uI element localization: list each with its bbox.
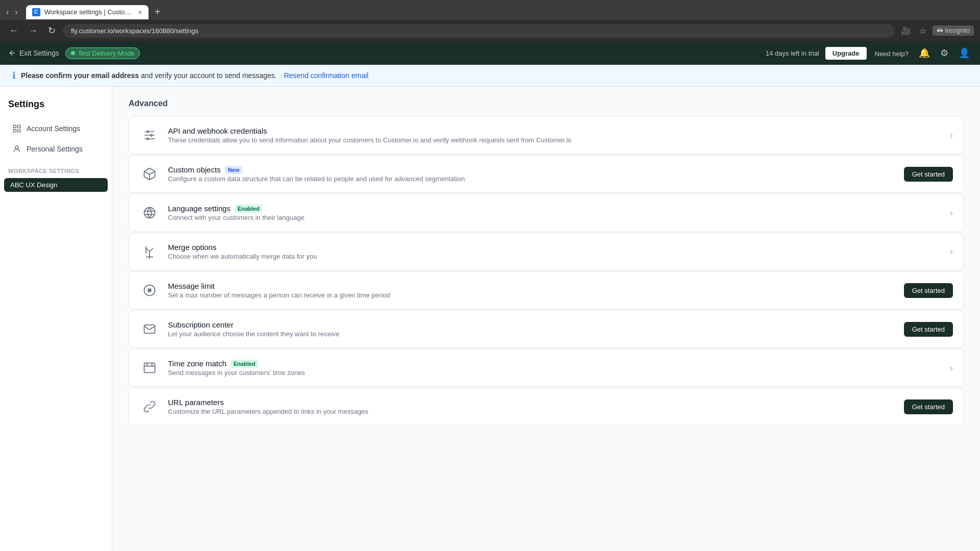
svg-point-4 bbox=[15, 146, 18, 149]
workspace-badge[interactable]: ABC UX Design bbox=[4, 178, 108, 192]
svg-rect-2 bbox=[13, 130, 16, 132]
merge-title: Merge options bbox=[168, 243, 942, 252]
message-desc: Set a max number of messages a person ca… bbox=[168, 291, 896, 299]
url-icon bbox=[139, 396, 160, 417]
test-delivery-badge[interactable]: Test Delivery Mode bbox=[65, 47, 140, 59]
browser-toolbar: ← → ↻ 🎥 ☆ 🕶 Incognito bbox=[0, 20, 980, 41]
personal-icon bbox=[12, 144, 21, 154]
language-action: › bbox=[950, 208, 953, 218]
need-help-btn[interactable]: Need help? bbox=[873, 46, 911, 61]
tab-favicon: C bbox=[32, 8, 40, 16]
close-tab-btn[interactable]: × bbox=[138, 8, 142, 16]
content-area: Advanced API and webhook credentials The… bbox=[112, 87, 980, 551]
language-desc: Connect with your customers in their lan… bbox=[168, 214, 942, 221]
sidebar-item-account[interactable]: Account Settings bbox=[4, 119, 108, 138]
message-limit-row[interactable]: Message limit Set a max number of messag… bbox=[129, 271, 964, 309]
api-desc: These credentials allow you to send info… bbox=[168, 136, 942, 144]
back-btn[interactable]: ← bbox=[6, 23, 21, 38]
user-avatar-icon[interactable]: 👤 bbox=[957, 45, 972, 61]
url-action[interactable]: Get started bbox=[904, 399, 953, 414]
refresh-btn[interactable]: ↻ bbox=[45, 23, 59, 38]
address-bar[interactable] bbox=[63, 24, 895, 38]
svg-rect-8 bbox=[144, 325, 155, 333]
app-header: Exit Settings Test Delivery Mode 14 days… bbox=[0, 41, 980, 65]
subscription-center-row[interactable]: Subscription center Let your audience ch… bbox=[129, 310, 964, 348]
api-title: API and webhook credentials bbox=[168, 127, 942, 135]
sidebar-item-personal[interactable]: Personal Settings bbox=[4, 139, 108, 159]
header-right: 14 days left in trial Upgrade Need help?… bbox=[766, 45, 972, 61]
back-arrow-icon bbox=[8, 49, 16, 57]
incognito-icon: 🕶 bbox=[937, 27, 943, 34]
settings-gear-icon[interactable]: ⚙ bbox=[938, 45, 950, 61]
sidebar-account-label: Account Settings bbox=[27, 124, 80, 133]
confirm-rest: and verify your account to send messages… bbox=[139, 71, 277, 80]
language-chevron-icon: › bbox=[950, 208, 953, 218]
account-icon bbox=[12, 124, 21, 133]
notifications-icon[interactable]: 🔔 bbox=[917, 45, 932, 61]
timezone-action: › bbox=[950, 363, 953, 373]
custom-desc: Configure a custom data structure that c… bbox=[168, 175, 896, 183]
custom-get-started-btn[interactable]: Get started bbox=[904, 167, 953, 182]
tab-back-btn[interactable]: ‹ bbox=[4, 6, 11, 19]
confirm-bold: Please confirm your email address bbox=[21, 71, 139, 80]
message-content: Message limit Set a max number of messag… bbox=[168, 282, 896, 299]
merge-desc: Choose when we automatically merge data … bbox=[168, 253, 942, 260]
custom-title: Custom objects New bbox=[168, 165, 896, 174]
trial-text: 14 days left in trial bbox=[766, 49, 819, 57]
settings-list: API and webhook credentials These creden… bbox=[129, 116, 964, 425]
forward-btn[interactable]: → bbox=[26, 23, 41, 38]
tab-forward-btn[interactable]: › bbox=[13, 6, 19, 19]
exit-settings-btn[interactable]: Exit Settings bbox=[8, 49, 59, 57]
sidebar: Settings Account Settings Personal Setti… bbox=[0, 87, 112, 551]
section-title: Advanced bbox=[129, 99, 964, 108]
active-tab[interactable]: C Workspace settings | Customer... × bbox=[26, 5, 149, 19]
merge-icon bbox=[139, 241, 160, 262]
language-settings-row[interactable]: Language settings Enabled Connect with y… bbox=[129, 194, 964, 232]
subscription-title: Subscription center bbox=[168, 320, 896, 329]
merge-options-row[interactable]: Merge options Choose when we automatical… bbox=[129, 233, 964, 270]
timezone-enabled-badge: Enabled bbox=[231, 360, 259, 368]
test-delivery-dot bbox=[71, 51, 75, 55]
api-credentials-row[interactable]: API and webhook credentials These creden… bbox=[129, 116, 964, 154]
svg-rect-7 bbox=[148, 289, 152, 292]
url-get-started-btn[interactable]: Get started bbox=[904, 399, 953, 414]
svg-rect-9 bbox=[144, 363, 155, 373]
subscription-get-started-btn[interactable]: Get started bbox=[904, 322, 953, 337]
custom-objects-row[interactable]: Custom objects New Configure a custom da… bbox=[129, 155, 964, 193]
timezone-desc: Send messages in your customers' time zo… bbox=[168, 369, 942, 377]
merge-content: Merge options Choose when we automatical… bbox=[168, 243, 942, 260]
new-badge: New bbox=[225, 166, 242, 174]
tab-bar: ‹ › C Workspace settings | Customer... ×… bbox=[0, 0, 980, 20]
custom-icon bbox=[139, 164, 160, 184]
upgrade-btn[interactable]: Upgrade bbox=[825, 47, 867, 60]
subscription-icon bbox=[139, 319, 160, 339]
timezone-content: Time zone match Enabled Send messages in… bbox=[168, 359, 942, 377]
subscription-action[interactable]: Get started bbox=[904, 322, 953, 337]
custom-action[interactable]: Get started bbox=[904, 167, 953, 182]
svg-rect-3 bbox=[18, 130, 20, 132]
camera-icon[interactable]: 🎥 bbox=[899, 24, 913, 38]
need-help-label: Need help? bbox=[875, 50, 909, 58]
bookmark-icon[interactable]: ☆ bbox=[917, 24, 928, 38]
new-tab-btn[interactable]: + bbox=[151, 4, 165, 20]
subscription-desc: Let your audience choose the content the… bbox=[168, 330, 896, 338]
exit-settings-label: Exit Settings bbox=[19, 49, 59, 57]
merge-action: › bbox=[950, 246, 953, 257]
browser-chrome: ‹ › C Workspace settings | Customer... ×… bbox=[0, 0, 980, 41]
message-get-started-btn[interactable]: Get started bbox=[904, 283, 953, 298]
main-layout: Settings Account Settings Personal Setti… bbox=[0, 87, 980, 551]
url-title: URL parameters bbox=[168, 398, 896, 407]
api-chevron-icon: › bbox=[950, 130, 953, 141]
message-action[interactable]: Get started bbox=[904, 283, 953, 298]
url-parameters-row[interactable]: URL parameters Customize the URL paramet… bbox=[129, 388, 964, 425]
message-title: Message limit bbox=[168, 282, 896, 290]
workspace-section-label: WORKSPACE SETTINGS bbox=[0, 160, 112, 176]
confirm-text: Please confirm your email address and ve… bbox=[21, 71, 277, 80]
timezone-match-row[interactable]: Time zone match Enabled Send messages in… bbox=[129, 349, 964, 387]
resend-link[interactable]: Resend confirmation email bbox=[284, 71, 369, 80]
toolbar-icons: 🎥 ☆ 🕶 Incognito bbox=[899, 24, 974, 38]
sidebar-title: Settings bbox=[0, 95, 112, 118]
api-action: › bbox=[950, 130, 953, 141]
timezone-icon bbox=[139, 358, 160, 378]
language-content: Language settings Enabled Connect with y… bbox=[168, 204, 942, 221]
